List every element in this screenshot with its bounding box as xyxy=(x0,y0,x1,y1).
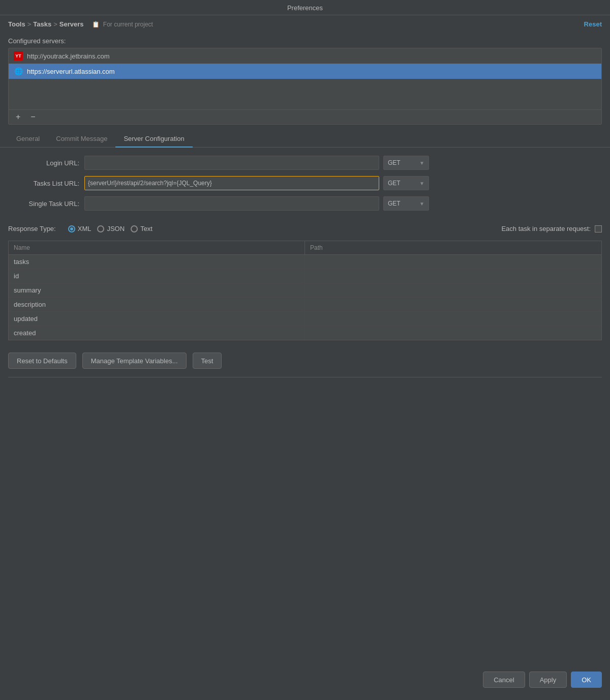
radio-xml[interactable]: XML xyxy=(68,225,92,232)
tabs-bar: General Commit Message Server Configurat… xyxy=(0,131,610,148)
tasks-list-url-input[interactable] xyxy=(84,176,379,190)
breadcrumb-tasks[interactable]: Tasks xyxy=(33,20,51,28)
server-actions: + − xyxy=(9,109,601,124)
row-path-id[interactable] xyxy=(305,269,601,283)
login-url-row: Login URL: GET ▼ xyxy=(8,156,602,170)
row-name-description: description xyxy=(9,298,305,311)
chevron-down-icon: ▼ xyxy=(419,201,424,207)
breadcrumb-bar: Tools > Tasks > Servers 📋 For current pr… xyxy=(0,15,610,33)
single-task-url-input[interactable] xyxy=(84,196,379,211)
table-header: Name Path xyxy=(9,241,601,255)
server-config-form: Login URL: GET ▼ Tasks List URL: GET ▼ S… xyxy=(0,148,610,221)
reset-link[interactable]: Reset xyxy=(584,20,602,28)
row-name-updated: updated xyxy=(9,312,305,326)
configured-label: Configured servers: xyxy=(8,37,602,45)
separate-request-group: Each task in separate request: xyxy=(501,225,602,232)
server-list: YT http://youtrack.jetbrains.com 🌐 https… xyxy=(8,48,602,125)
table-row[interactable]: description xyxy=(9,298,601,312)
single-task-url-row: Single Task URL: GET ▼ xyxy=(8,196,602,211)
radio-text-circle xyxy=(131,225,138,232)
table-row[interactable]: created xyxy=(9,326,601,340)
column-name-header: Name xyxy=(9,241,305,254)
radio-text-label: Text xyxy=(140,225,152,232)
tasks-list-method-dropdown[interactable]: GET ▼ xyxy=(383,176,429,190)
row-path-created[interactable] xyxy=(305,326,601,340)
response-type-row: Response Type: XML JSON Text Each task i… xyxy=(0,221,610,237)
table-row[interactable]: tasks xyxy=(9,255,601,269)
row-path-updated[interactable] xyxy=(305,312,601,326)
test-button[interactable]: Test xyxy=(193,353,222,369)
apply-button[interactable]: Apply xyxy=(529,672,567,688)
youtrack-icon: YT xyxy=(14,51,23,61)
radio-xml-label: XML xyxy=(78,225,92,232)
server-list-empty xyxy=(9,79,601,109)
ok-button[interactable]: OK xyxy=(571,672,602,688)
separate-request-checkbox[interactable] xyxy=(595,225,602,232)
breadcrumb-servers[interactable]: Servers xyxy=(59,20,84,28)
server-url-youtrack: http://youtrack.jetbrains.com xyxy=(27,52,110,60)
row-name-created: created xyxy=(9,326,305,340)
server-section: Configured servers: YT http://youtrack.j… xyxy=(0,33,610,125)
row-path-summary[interactable] xyxy=(305,283,601,297)
row-name-tasks: tasks xyxy=(9,255,305,269)
server-url-atlassian: https://serverurl.atlassian.com xyxy=(27,68,115,75)
separator xyxy=(8,377,602,377)
server-item-atlassian[interactable]: 🌐 https://serverurl.atlassian.com xyxy=(9,64,601,79)
login-url-label: Login URL: xyxy=(8,159,79,167)
breadcrumb-sep-1: > xyxy=(27,20,32,28)
cancel-button[interactable]: Cancel xyxy=(483,672,525,688)
for-current-project: 📋 For current project xyxy=(92,21,153,28)
footer-bar: Cancel Apply OK xyxy=(0,663,610,700)
remove-server-button[interactable]: − xyxy=(28,113,37,121)
row-path-tasks[interactable] xyxy=(305,255,601,269)
row-name-id: id xyxy=(9,269,305,283)
breadcrumb-sep-2: > xyxy=(53,20,57,28)
response-type-radio-group: XML JSON Text xyxy=(68,225,152,232)
single-task-url-label: Single Task URL: xyxy=(8,200,79,208)
response-type-label: Response Type: xyxy=(8,225,56,232)
chevron-down-icon: ▼ xyxy=(419,181,424,186)
tab-commit-message[interactable]: Commit Message xyxy=(48,131,115,148)
breadcrumb-tools[interactable]: Tools xyxy=(8,20,25,28)
column-path-header: Path xyxy=(305,241,601,254)
main-content: Tools > Tasks > Servers 📋 For current pr… xyxy=(0,15,610,700)
radio-json-circle xyxy=(97,225,104,232)
separate-request-label: Each task in separate request: xyxy=(501,225,591,232)
row-path-description[interactable] xyxy=(305,298,601,311)
table-row[interactable]: updated xyxy=(9,312,601,326)
tab-server-configuration[interactable]: Server Configuration xyxy=(115,131,192,148)
table-row[interactable]: summary xyxy=(9,283,601,298)
title-bar: Preferences xyxy=(0,0,610,15)
single-task-method-dropdown[interactable]: GET ▼ xyxy=(383,196,429,211)
bottom-buttons: Reset to Defaults Manage Template Variab… xyxy=(0,344,610,377)
mapping-table: Name Path tasks id summary description u… xyxy=(8,241,602,340)
project-icon: 📋 xyxy=(92,21,100,28)
radio-text[interactable]: Text xyxy=(131,225,152,232)
row-name-summary: summary xyxy=(9,283,305,297)
radio-json[interactable]: JSON xyxy=(97,225,125,232)
login-url-method-dropdown[interactable]: GET ▼ xyxy=(383,156,429,170)
table-body[interactable]: tasks id summary description updated cre… xyxy=(9,255,601,340)
tab-general[interactable]: General xyxy=(8,131,48,148)
window-title: Preferences xyxy=(287,4,323,12)
login-url-input[interactable] xyxy=(84,156,379,170)
table-row[interactable]: id xyxy=(9,269,601,283)
globe-icon: 🌐 xyxy=(14,67,23,76)
tasks-list-url-row: Tasks List URL: GET ▼ xyxy=(8,176,602,190)
server-item-youtrack[interactable]: YT http://youtrack.jetbrains.com xyxy=(9,48,601,64)
radio-xml-circle xyxy=(68,225,75,232)
chevron-down-icon: ▼ xyxy=(419,160,424,166)
add-server-button[interactable]: + xyxy=(14,113,22,121)
radio-json-label: JSON xyxy=(107,225,125,232)
reset-to-defaults-button[interactable]: Reset to Defaults xyxy=(8,353,76,369)
manage-template-variables-button[interactable]: Manage Template Variables... xyxy=(82,353,187,369)
tasks-list-url-label: Tasks List URL: xyxy=(8,180,79,187)
